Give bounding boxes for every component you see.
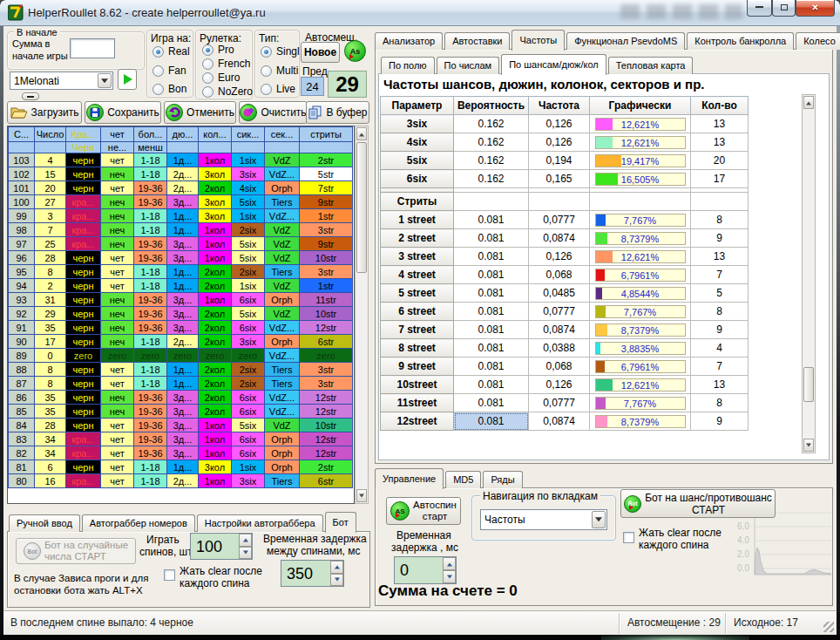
hist-cell[interactable]: 1д...	[167, 265, 199, 279]
freq-cell[interactable]: 0,0874	[529, 229, 590, 248]
hist-cell[interactable]: 2кол	[199, 321, 232, 335]
hist-cell[interactable]: 6str	[300, 474, 353, 488]
hist-cell[interactable]: Tiers	[265, 363, 300, 377]
freq-bar-cell[interactable]: 3,8835%	[590, 339, 691, 357]
hist-cell[interactable]: VdZ	[265, 251, 300, 265]
hist-cell[interactable]: 3six	[232, 167, 265, 181]
hist-header-cell[interactable]	[300, 142, 353, 153]
hist-cell[interactable]: 1кол	[199, 237, 232, 251]
freq-cell[interactable]: 0.081	[454, 412, 529, 431]
new-button[interactable]: Новое	[301, 42, 340, 63]
hist-cell[interactable]: 4	[35, 153, 66, 167]
hist-header-cell[interactable]: кол...	[199, 127, 232, 142]
hist-cell[interactable]: VdZ...	[265, 405, 300, 419]
preset-combobox[interactable]: 1Melonati	[10, 71, 113, 90]
resize-grip[interactable]	[823, 622, 834, 632]
hist-cell[interactable]: 7	[35, 223, 66, 237]
scroll-up-icon[interactable]	[356, 127, 367, 140]
hist-cell[interactable]: VdZ...	[265, 209, 300, 223]
freq-cell[interactable]: 0.081	[454, 357, 529, 376]
hist-header-cell[interactable]: не...	[101, 142, 134, 153]
hist-cell[interactable]: 31	[35, 293, 66, 307]
hist-header-cell[interactable]: сек...	[265, 127, 300, 142]
hist-cell[interactable]: 102	[9, 167, 35, 181]
hist-cell[interactable]: 19-36	[134, 237, 167, 251]
hist-cell[interactable]: 1-18	[134, 167, 167, 181]
hist-cell[interactable]: 95	[9, 265, 35, 279]
hist-cell[interactable]: 1-18	[134, 265, 167, 279]
hist-cell[interactable]: 2six	[232, 223, 265, 237]
hist-cell[interactable]: 2кол	[199, 391, 232, 405]
hist-cell[interactable]: неч	[101, 167, 134, 181]
freq-bar-cell[interactable]: 7,767%	[590, 303, 691, 321]
hist-cell[interactable]: неч	[101, 195, 134, 209]
freq-bar-cell[interactable]: 12,621%	[590, 248, 691, 266]
delay-stepper[interactable]: 0	[394, 556, 457, 584]
hist-cell[interactable]: 2д...	[167, 167, 199, 181]
hist-header-cell[interactable]: Число	[35, 127, 66, 142]
freq-cell[interactable]: 9	[691, 321, 749, 339]
hist-cell[interactable]: 3кол	[199, 460, 232, 474]
hist-cell[interactable]: 2д...	[167, 474, 199, 488]
hist-cell[interactable]: 1д...	[167, 279, 199, 293]
freq-cell[interactable]: 0,126	[529, 376, 590, 394]
freq-cell[interactable]: 0.162	[454, 152, 529, 170]
hist-cell[interactable]: 97	[9, 237, 35, 251]
hist-cell[interactable]: чет	[101, 181, 134, 195]
clear-after-spin-checkbox[interactable]	[164, 569, 175, 581]
hist-cell[interactable]: 27	[35, 195, 66, 209]
spins-count-stepper[interactable]: 100	[190, 533, 253, 560]
hist-cell[interactable]: чет	[101, 446, 134, 460]
hist-cell[interactable]: 3д...	[167, 432, 199, 446]
hist-cell[interactable]: VdZ	[265, 279, 300, 293]
hist-cell[interactable]: 3кол	[199, 209, 232, 223]
radio-multi[interactable]: Multi	[261, 65, 298, 77]
hist-cell[interactable]: кра...	[66, 237, 101, 251]
freq-cell[interactable]: 0,068	[529, 266, 590, 284]
hist-cell[interactable]: VdZ...	[265, 321, 300, 335]
tab-По полю[interactable]: По полю	[381, 57, 435, 74]
tab-Частоты[interactable]: Частоты	[511, 30, 565, 51]
hist-cell[interactable]: 1-18	[134, 335, 167, 349]
freq-cell[interactable]: 0.081	[454, 284, 529, 303]
radio-pro[interactable]: Pro	[202, 44, 234, 56]
hist-cell[interactable]: zero	[199, 349, 232, 363]
hist-cell[interactable]: 6str	[300, 335, 353, 349]
hist-cell[interactable]: черн	[66, 419, 101, 432]
tab-Бот[interactable]: Бот	[325, 512, 356, 533]
hist-cell[interactable]: черн	[66, 265, 101, 279]
hist-cell[interactable]: 19-36	[134, 181, 167, 195]
autospin-start-button[interactable]: AS Автоспинстарт	[386, 497, 461, 525]
hist-cell[interactable]: 1-18	[134, 377, 167, 391]
hist-cell[interactable]: 16	[35, 474, 66, 488]
freq-cell[interactable]: 0,0874	[529, 321, 590, 339]
hist-cell[interactable]: 1six	[232, 279, 265, 293]
freq-cell[interactable]: 9 street	[381, 357, 454, 376]
start-sum-input[interactable]	[70, 38, 115, 58]
hist-cell[interactable]: черн	[66, 293, 101, 307]
hist-cell[interactable]: 5six	[232, 251, 265, 265]
hist-cell[interactable]: 10str	[300, 307, 353, 321]
hist-cell[interactable]: неч	[101, 293, 134, 307]
freq-cell[interactable]: 7	[691, 266, 749, 284]
load-button[interactable]: Загрузить	[7, 101, 82, 124]
hist-cell[interactable]: 89	[9, 349, 35, 363]
freq-cell[interactable]: 0.162	[454, 133, 529, 152]
hist-cell[interactable]: 93	[9, 293, 35, 307]
hist-cell[interactable]: чет	[101, 153, 134, 167]
freq-cell[interactable]: 0.081	[454, 376, 529, 394]
scroll-up-icon[interactable]	[803, 96, 814, 109]
hist-cell[interactable]: 8	[35, 265, 66, 279]
hist-cell[interactable]: 2six	[232, 363, 265, 377]
hist-cell[interactable]: zero	[134, 349, 167, 363]
freq-bar-cell[interactable]: 16,505%	[590, 170, 691, 188]
hist-cell[interactable]: 101	[9, 181, 35, 195]
scroll-down-icon[interactable]	[803, 439, 814, 452]
history-scrollbar[interactable]	[355, 126, 369, 504]
hist-cell[interactable]: кра...	[66, 446, 101, 460]
freq-cell[interactable]: 0.081	[454, 321, 529, 339]
freq-cell[interactable]: 8	[691, 211, 749, 229]
freq-cell[interactable]: 1 street	[381, 211, 454, 229]
freq-header-cell[interactable]: Параметр	[381, 97, 454, 115]
hist-cell[interactable]: 1-18	[134, 223, 167, 237]
